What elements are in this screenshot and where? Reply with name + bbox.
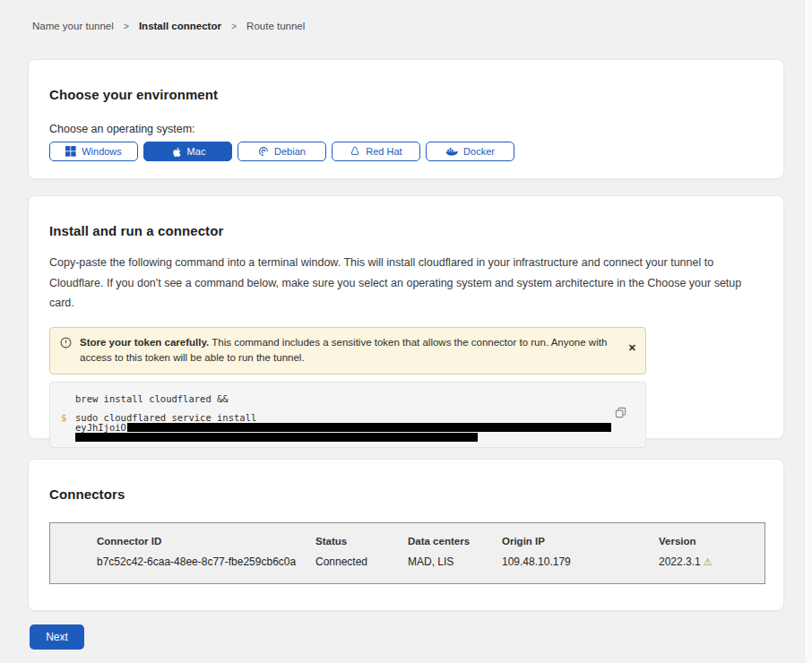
header-connector-id: Connector ID — [97, 536, 315, 547]
code-line-1: brew install cloudflared && — [61, 394, 635, 404]
token-warning-banner: Store your token carefully. This command… — [49, 327, 646, 375]
install-card-title: Install and run a connector — [49, 196, 763, 238]
breadcrumb-separator: > — [124, 21, 129, 31]
redhat-icon — [350, 146, 360, 158]
code-line-3: eyJhIjoiO — [61, 423, 635, 433]
code-gutter — [61, 433, 75, 442]
shell-prompt: $ — [61, 413, 75, 423]
value-connector-id: b7c52c42-6caa-48ee-8c77-fbe259cb6c0a — [97, 555, 315, 568]
breadcrumb-separator: > — [231, 21, 237, 31]
token-warning-text: Store your token carefully. This command… — [80, 335, 620, 367]
os-button-mac[interactable]: Mac — [143, 142, 232, 161]
windows-icon — [65, 146, 76, 157]
redacted-token-bar — [75, 433, 478, 442]
install-description: Copy-paste the following command into a … — [49, 253, 761, 314]
install-card: Install and run a connector Copy-paste t… — [28, 195, 784, 439]
connectors-card-title: Connectors — [49, 460, 763, 502]
code-gutter — [61, 423, 75, 433]
copy-icon[interactable] — [615, 407, 626, 420]
debian-icon — [258, 146, 269, 157]
version-number: 2022.3.1 — [659, 555, 701, 568]
column-version: Version 2022.3.1⚠ — [659, 536, 764, 583]
code-line-2: $ sudo cloudflared service install — [61, 413, 635, 423]
os-button-group: Windows Mac Debian — [49, 142, 763, 161]
tunnel-setup-page: Name your tunnel > Install connector > R… — [0, 0, 812, 663]
docker-icon — [445, 147, 458, 157]
os-button-debian[interactable]: Debian — [238, 142, 326, 161]
close-icon[interactable]: ✕ — [628, 343, 636, 353]
column-status: Status Connected — [315, 536, 408, 583]
token-prefix: eyJhIjoiO — [75, 423, 126, 433]
os-button-label: Mac — [187, 146, 206, 157]
value-data-centers: MAD, LIS — [408, 555, 502, 568]
breadcrumb: Name your tunnel > Install connector > R… — [32, 21, 305, 31]
code-line-4 — [61, 433, 635, 442]
status-badge: Connected — [315, 555, 408, 568]
os-button-label: Docker — [463, 146, 495, 157]
os-button-redhat[interactable]: Red Hat — [332, 142, 420, 161]
header-origin-ip: Origin IP — [502, 536, 659, 547]
redacted-token-bar — [127, 423, 611, 432]
scrollbar-track[interactable] — [804, 0, 812, 663]
connectors-table: Connector ID b7c52c42-6caa-48ee-8c77-fbe… — [49, 522, 765, 584]
column-data-centers: Data centers MAD, LIS — [408, 536, 502, 583]
environment-card-title: Choose your environment — [49, 60, 763, 102]
version-warning-icon: ⚠ — [704, 556, 713, 567]
breadcrumb-name-your-tunnel[interactable]: Name your tunnel — [32, 21, 114, 31]
header-status: Status — [315, 536, 408, 547]
install-command-code-block: brew install cloudflared && $ sudo cloud… — [49, 382, 646, 448]
header-data-centers: Data centers — [408, 536, 502, 547]
token-warning-title: Store your token carefully. — [80, 337, 209, 348]
code-line-1-text: brew install cloudflared && — [75, 394, 229, 404]
connectors-card: Connectors Connector ID b7c52c42-6caa-48… — [28, 459, 784, 611]
environment-card: Choose your environment Choose an operat… — [28, 59, 784, 179]
value-version: 2022.3.1⚠ — [659, 555, 764, 568]
os-button-windows[interactable]: Windows — [49, 142, 138, 161]
next-button[interactable]: Next — [30, 624, 84, 650]
os-button-label: Debian — [274, 146, 306, 157]
breadcrumb-install-connector[interactable]: Install connector — [139, 21, 221, 31]
os-button-label: Windows — [82, 146, 122, 157]
value-origin-ip: 109.48.10.179 — [502, 555, 659, 568]
os-button-label: Red Hat — [366, 146, 402, 157]
apple-icon — [170, 146, 182, 158]
os-select-label: Choose an operating system: — [49, 123, 763, 135]
column-origin-ip: Origin IP 109.48.10.179 — [502, 536, 659, 583]
info-icon — [60, 337, 72, 354]
breadcrumb-route-tunnel[interactable]: Route tunnel — [246, 21, 305, 31]
os-button-docker[interactable]: Docker — [426, 142, 514, 161]
header-version: Version — [659, 536, 764, 547]
column-connector-id: Connector ID b7c52c42-6caa-48ee-8c77-fbe… — [97, 536, 315, 583]
code-gutter — [61, 394, 75, 404]
